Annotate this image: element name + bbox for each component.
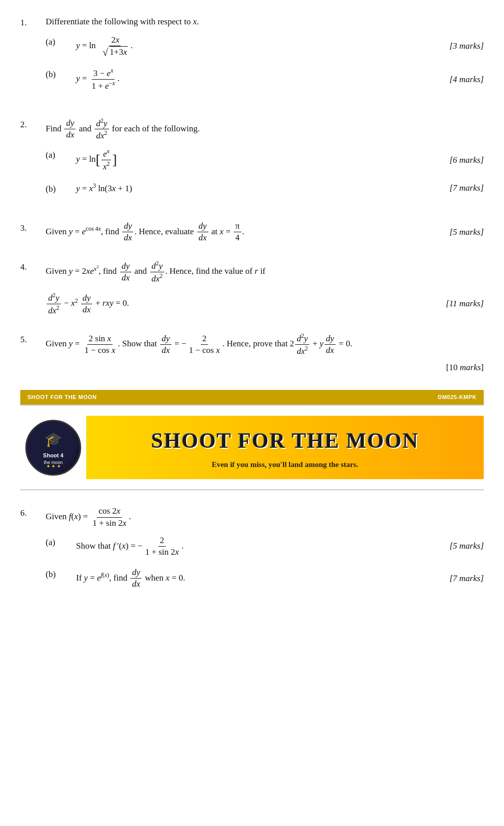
q2-intro: Find dydx and d2ydx2 for each of the fol…	[46, 117, 484, 142]
q4-intro: Given y = 2xex3, find dydx and d2ydx2. H…	[46, 260, 484, 284]
q1b-formula: y = 3 − ex1 + e−x.	[76, 67, 120, 92]
footer-right: DM025-KMPK	[438, 393, 477, 402]
q3-marks: [5 marks]	[423, 226, 484, 239]
question-1: 1. Differentiate the following with resp…	[20, 15, 484, 101]
q6b-label: (b)	[46, 567, 76, 581]
question-6: 6. Given f(x) = cos 2x1 + sin 2x. (a) Sh…	[20, 506, 484, 599]
q1b-marks: [4 marks]	[423, 73, 484, 86]
footer-left: SHOOT FOR THE MOON	[27, 393, 97, 402]
q2a-label: (a)	[46, 148, 76, 162]
q6-intro: Given f(x) = cos 2x1 + sin 2x.	[46, 506, 484, 528]
q1b-label: (b)	[46, 67, 76, 81]
logo-stars-icon: ✦ ✦ ✦	[46, 462, 61, 470]
q6a-marks: [5 marks]	[423, 540, 484, 553]
q2b-label: (b)	[46, 182, 76, 196]
q1b: (b) y = 3 − ex1 + e−x. [4 marks]	[46, 67, 484, 92]
q6b-content: If y = ef(x), find dydx when x = 0. [7 m…	[76, 567, 484, 590]
q3-row: Given y = ecos 4x, find dydx. Hence, eva…	[46, 221, 484, 243]
q6a-content: Show that f ′(x) = −21 + sin 2x. [5 mark…	[76, 535, 484, 558]
q5-number: 5.	[20, 332, 46, 374]
q2a: (a) y = ln[exx2] [6 marks]	[46, 148, 484, 172]
q4-marks: [11 marks]	[423, 297, 484, 310]
q5-marks: [10 marks]	[46, 361, 484, 374]
q1-number: 1.	[20, 15, 46, 101]
q4-content: Given y = 2xex3, find dydx and d2ydx2. H…	[46, 260, 484, 316]
q3-number: 3.	[20, 221, 46, 243]
q3-formula: Given y = ecos 4x, find dydx. Hence, eva…	[46, 221, 244, 243]
q5-content: Given y = 2 sin x1 − cos x. Show that dy…	[46, 332, 484, 374]
q2b: (b) y = x3 ln(3x + 1) [7 marks]	[46, 182, 484, 196]
q3-content: Given y = ecos 4x, find dydx. Hence, eva…	[46, 221, 484, 243]
banner-main-title: SHOOT FOR THE MOON	[151, 425, 419, 457]
q1a-formula: y = ln 2x√1+3x.	[76, 34, 133, 58]
q6a: (a) Show that f ′(x) = −21 + sin 2x. [5 …	[46, 535, 484, 558]
banner-section: 🎓 Shoot 4 the moon ✦ ✦ ✦ SHOOT FOR THE M…	[20, 405, 484, 491]
q6-content: Given f(x) = cos 2x1 + sin 2x. (a) Show …	[46, 506, 484, 599]
q2-content: Find dydx and d2ydx2 for each of the fol…	[46, 117, 484, 205]
q2b-formula: y = x3 ln(3x + 1)	[76, 182, 132, 195]
banner-title-area: SHOOT FOR THE MOON Even if you miss, you…	[86, 416, 484, 480]
q4-subformula: d2ydx2 − x2 dydx + rxy = 0. [11 marks]	[46, 292, 484, 316]
q2b-content: y = x3 ln(3x + 1) [7 marks]	[76, 182, 484, 195]
q1-content: Differentiate the following with respect…	[46, 15, 484, 101]
q2a-content: y = ln[exx2] [6 marks]	[76, 148, 484, 172]
q6b-marks: [7 marks]	[423, 572, 484, 585]
q1-intro: Differentiate the following with respect…	[46, 15, 484, 28]
q6b: (b) If y = ef(x), find dydx when x = 0. …	[46, 567, 484, 590]
q4-number: 4.	[20, 260, 46, 316]
banner-subtitle: Even if you miss, you'll land among the …	[211, 459, 358, 471]
question-2: 2. Find dydx and d2ydx2 for each of the …	[20, 117, 484, 205]
q5-formula-row: Given y = 2 sin x1 − cos x. Show that dy…	[46, 332, 484, 357]
q6a-formula: Show that f ′(x) = −21 + sin 2x.	[76, 535, 184, 558]
q1a-content: y = ln 2x√1+3x. [3 marks]	[76, 34, 484, 58]
question-4: 4. Given y = 2xex3, find dydx and d2ydx2…	[20, 260, 484, 316]
logo-text1: Shoot 4	[43, 451, 63, 460]
q1a-marks: [3 marks]	[423, 40, 484, 53]
q4-equation: d2ydx2 − x2 dydx + rxy = 0.	[46, 292, 129, 316]
question-3: 3. Given y = ecos 4x, find dydx. Hence, …	[20, 221, 484, 243]
q1a: (a) y = ln 2x√1+3x. [3 marks]	[46, 34, 484, 58]
logo-area: 🎓 Shoot 4 the moon ✦ ✦ ✦	[20, 420, 86, 476]
question-5: 5. Given y = 2 sin x1 − cos x. Show that…	[20, 332, 484, 374]
q1a-label: (a)	[46, 34, 76, 49]
q6a-label: (a)	[46, 535, 76, 549]
q2b-marks: [7 marks]	[423, 182, 484, 195]
q1b-content: y = 3 − ex1 + e−x. [4 marks]	[76, 67, 484, 92]
q6-number: 6.	[20, 506, 46, 599]
q2a-formula: y = ln[exx2]	[76, 148, 117, 172]
q6b-formula: If y = ef(x), find dydx when x = 0.	[76, 567, 185, 590]
footer-bar: SHOOT FOR THE MOON DM025-KMPK	[20, 390, 484, 405]
logo-hat-icon: 🎓	[45, 429, 62, 450]
q2a-marks: [6 marks]	[423, 154, 484, 167]
logo-circle: 🎓 Shoot 4 the moon ✦ ✦ ✦	[25, 420, 81, 476]
q2-number: 2.	[20, 117, 46, 205]
